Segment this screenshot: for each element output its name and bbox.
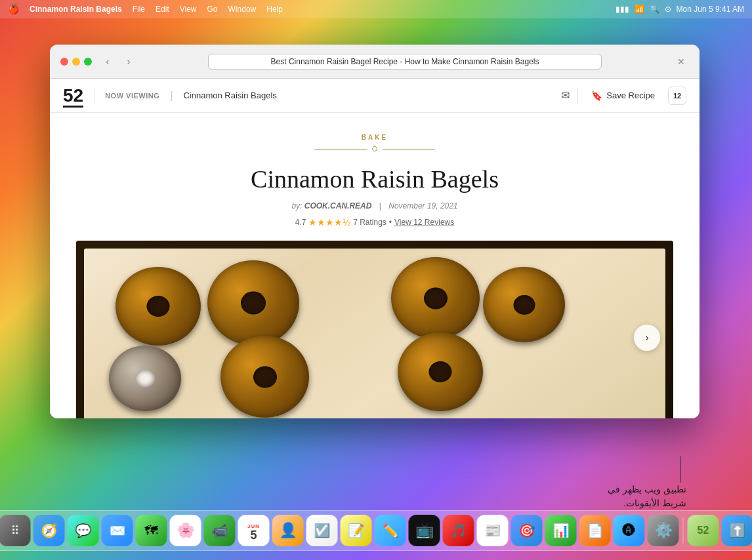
annotation: تطبيق ويب يظهر في شريط الأيقونات. — [608, 456, 686, 510]
recipe-date: November 19, 2021 — [388, 201, 457, 210]
dock-item-reminders[interactable]: ☑️ — [306, 515, 338, 546]
dock-item-appstore[interactable]: 🅐 — [614, 515, 645, 546]
recipe-number: 52 — [63, 87, 83, 105]
bagel-3 — [391, 257, 480, 339]
bagel-1 — [115, 267, 201, 346]
dock-item-music[interactable]: 🎵 — [443, 515, 474, 546]
dock-item-facetime[interactable]: 📹 — [204, 515, 236, 546]
dock-item-safari[interactable]: 🧭 — [33, 515, 65, 546]
menu-datetime: Mon Jun 5 9:41 AM — [677, 5, 744, 14]
recipe-toolbar: 52 NOW VIEWING | Cinnamon Raisin Bagels … — [50, 79, 700, 113]
toolbar-divider — [94, 88, 94, 104]
maximize-button[interactable] — [84, 58, 92, 66]
chat-badge[interactable]: 12 — [668, 87, 686, 105]
bookmark-icon: 🔖 — [591, 90, 602, 101]
address-bar[interactable]: Best Cinnamon Raisin Bagel Recipe - How … — [208, 54, 602, 70]
bagel-7-halved — [109, 346, 181, 411]
dock-item-contacts[interactable]: 👤 — [272, 515, 304, 546]
close-button[interactable] — [60, 58, 68, 66]
menu-bar-right: ▮▮▮ 📶 🔍 ⊙ Mon Jun 5 9:41 AM — [616, 5, 744, 14]
dock-item-yoink[interactable]: ⬆️ — [722, 515, 753, 546]
browser-window: ‹ › Best Cinnamon Raisin Bagel Recipe - … — [50, 45, 700, 418]
mail-icon[interactable]: ✉ — [561, 89, 570, 102]
wifi-icon[interactable]: 📶 — [635, 5, 644, 14]
recipe-image: › — [76, 241, 673, 418]
dock-item-mail[interactable]: ✉️ — [102, 515, 133, 546]
dock-item-numbers[interactable]: 📊 — [545, 515, 577, 546]
traffic-lights — [60, 58, 92, 66]
dock: 🖥 ⠿ 🧭 💬 ✉️ 🗺 🌸 📹 JUN 5 👤 ☑️ 📝 — [0, 510, 752, 551]
dock-item-calendar[interactable]: JUN 5 — [238, 515, 270, 546]
dock-separator — [683, 517, 684, 544]
apple-menu[interactable]: 🍎 — [8, 4, 19, 14]
rating-count: 7 Ratings — [353, 218, 386, 227]
divider-line-right — [383, 149, 435, 150]
stars-display: ★★★★½ — [308, 217, 350, 228]
view-reviews-link[interactable]: View 12 Reviews — [394, 218, 454, 227]
dock-item-appletv[interactable]: 📺 — [409, 515, 440, 546]
bagel-tray — [76, 241, 673, 418]
menu-go[interactable]: Go — [207, 5, 218, 14]
recipe-content: BAKE Cinnamon Raisin Bagels by: COOK.CAN… — [50, 113, 700, 418]
dock-item-news[interactable]: 📰 — [477, 515, 509, 546]
menu-edit[interactable]: Edit — [156, 5, 169, 14]
chat-count: 12 — [673, 92, 681, 100]
forward-button[interactable]: › — [121, 54, 136, 70]
control-center-icon[interactable]: ⊙ — [665, 5, 671, 14]
annotation-text: تطبيق ويب يظهر في شريط الأيقونات. — [608, 483, 686, 510]
toolbar-right: ✉ 🔖 Save Recipe 12 — [561, 87, 686, 105]
divider-circle — [372, 146, 377, 151]
meta-separator: | — [379, 201, 381, 210]
dock-item-systemprefs[interactable]: ⚙️ — [648, 515, 679, 546]
dock-item-pages[interactable]: 📄 — [579, 515, 611, 546]
dock-item-photos[interactable]: 🌸 — [170, 515, 201, 546]
menu-help[interactable]: Help — [266, 5, 283, 14]
save-recipe-button[interactable]: 🔖 Save Recipe — [586, 88, 660, 104]
save-recipe-label: Save Recipe — [606, 90, 655, 100]
search-icon[interactable]: 🔍 — [650, 5, 659, 14]
category-divider — [76, 146, 673, 151]
divider-line-left — [314, 149, 367, 150]
dock-item-freeform[interactable]: ✏️ — [375, 515, 406, 546]
rating-value: 4.7 — [295, 218, 306, 227]
browser-refresh-icon[interactable]: ✕ — [673, 54, 689, 70]
menu-file[interactable]: File — [133, 5, 145, 14]
bagel-6 — [398, 332, 483, 411]
bagel-4 — [483, 267, 565, 342]
recipe-main-title: Cinnamon Raisin Bagels — [76, 165, 673, 193]
menu-bar: 🍎 Cinnamon Raisin Bagels File Edit View … — [0, 0, 752, 18]
bagel-2 — [207, 260, 299, 346]
now-viewing-label: NOW VIEWING — [105, 92, 159, 100]
toolbar-recipe-title: Cinnamon Raisin Bagels — [183, 90, 276, 100]
annotation-line-1: تطبيق ويب يظهر في — [608, 483, 686, 496]
annotation-line — [680, 456, 681, 483]
dock-item-keynote[interactable]: 🎯 — [511, 515, 543, 546]
back-button[interactable]: ‹ — [100, 54, 115, 70]
menu-window[interactable]: Window — [228, 5, 257, 14]
rating-bullet: • — [389, 218, 392, 227]
category-label: BAKE — [76, 134, 673, 141]
battery-icon: ▮▮▮ — [616, 5, 629, 14]
next-image-button[interactable]: › — [634, 325, 660, 351]
author-name: COOK.CAN.READ — [304, 201, 372, 210]
menu-bar-left: 🍎 Cinnamon Raisin Bagels File Edit View … — [8, 4, 283, 14]
dock-item-notes[interactable]: 📝 — [341, 515, 372, 546]
author-prefix: by: — [291, 201, 302, 210]
toolbar-separator: | — [170, 90, 173, 102]
dock-item-launchpad[interactable]: ⠿ — [0, 515, 31, 546]
dock-item-maps[interactable]: 🗺 — [136, 515, 167, 546]
recipe-rating: 4.7 ★★★★½ 7 Ratings • View 12 Reviews — [76, 217, 673, 228]
menu-app-name[interactable]: Cinnamon Raisin Bagels — [30, 5, 122, 14]
browser-nav: ‹ › — [100, 54, 136, 70]
annotation-line-2: شريط الأيقونات. — [608, 496, 686, 510]
dock-item-crouton[interactable]: 52 — [688, 515, 719, 546]
bagel-5 — [220, 336, 309, 418]
dock-item-messages[interactable]: 💬 — [68, 515, 99, 546]
minimize-button[interactable] — [72, 58, 80, 66]
browser-chrome: ‹ › Best Cinnamon Raisin Bagel Recipe - … — [50, 45, 700, 79]
menu-view[interactable]: View — [180, 5, 197, 14]
recipe-meta: by: COOK.CAN.READ | November 19, 2021 — [76, 201, 673, 210]
toolbar-divider-2 — [577, 88, 578, 104]
